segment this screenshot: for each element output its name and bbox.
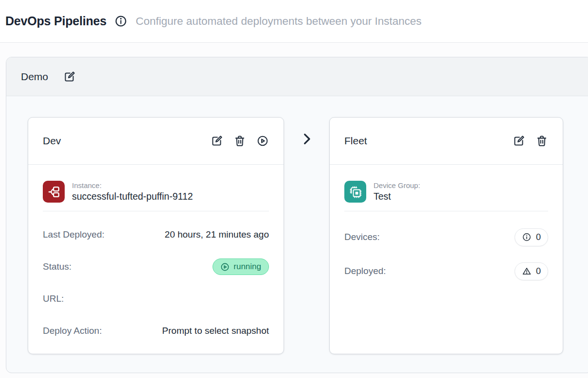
instance-text: Instance: successful-tufted-puffin-9112 xyxy=(72,181,193,202)
pipeline-panel: Demo Dev xyxy=(6,57,588,373)
dev-divider xyxy=(43,211,269,211)
device-group-row: Device Group: Test xyxy=(344,181,548,203)
status-badge-text: running xyxy=(233,262,261,272)
deploy-action-value: Prompt to select snapshot xyxy=(162,326,269,336)
instance-icon xyxy=(43,181,65,203)
deployed-warning-icon xyxy=(522,266,532,276)
deployed-label: Deployed: xyxy=(344,266,386,276)
device-group-chip-icon xyxy=(344,181,366,203)
url-row: URL: xyxy=(43,289,269,309)
devices-count: 0 xyxy=(536,232,541,242)
status-play-icon xyxy=(220,262,230,272)
chevron-right-icon xyxy=(300,132,314,146)
pipeline-panel-header: Demo xyxy=(6,57,588,96)
last-deployed-row: Last Deployed: 20 hours, 21 minutes ago xyxy=(43,225,269,244)
page-subtitle: Configure automated deployments between … xyxy=(136,15,422,28)
fleet-card-title: Fleet xyxy=(344,135,367,147)
deploy-action-label: Deploy Action: xyxy=(43,326,102,336)
instance-row: Instance: successful-tufted-puffin-9112 xyxy=(43,181,269,203)
dev-delete-icon[interactable] xyxy=(233,135,246,147)
status-row: Status: running xyxy=(43,257,269,276)
last-deployed-label: Last Deployed: xyxy=(43,229,105,240)
instance-label: Instance: xyxy=(72,181,193,189)
dev-card-title: Dev xyxy=(43,135,61,147)
fleet-divider xyxy=(344,211,548,211)
device-group-label: Device Group: xyxy=(374,181,420,189)
fleet-card-body: Device Group: Test Devices: xyxy=(330,165,563,281)
page-title: DevOps Pipelines xyxy=(5,14,107,28)
dev-edit-icon[interactable] xyxy=(211,135,223,147)
pipeline-name: Demo xyxy=(21,71,48,83)
devices-label: Devices: xyxy=(344,232,380,242)
instance-name: successful-tufted-puffin-9112 xyxy=(72,191,193,202)
dev-card-body: Instance: successful-tufted-puffin-9112 … xyxy=(28,165,284,341)
device-group-text: Device Group: Test xyxy=(374,181,420,202)
fleet-card-actions xyxy=(513,135,548,147)
fleet-card-header: Fleet xyxy=(330,118,563,165)
stage-connector xyxy=(284,117,329,146)
deployed-row: Deployed: 0 xyxy=(344,261,548,281)
status-badge: running xyxy=(213,258,269,275)
devices-count-badge[interactable]: 0 xyxy=(515,228,548,246)
page-header: DevOps Pipelines Configure automated dep… xyxy=(0,0,588,43)
deployed-count: 0 xyxy=(536,266,541,276)
devices-info-icon xyxy=(522,232,532,242)
fleet-rows: Devices: 0 Deployed: xyxy=(344,227,548,281)
dev-run-icon[interactable] xyxy=(256,135,269,147)
deployed-count-badge[interactable]: 0 xyxy=(515,262,548,280)
dev-stage-card: Dev xyxy=(28,117,284,354)
pipeline-stages: Dev xyxy=(6,96,588,354)
fleet-stage-card: Fleet xyxy=(329,117,563,354)
fleet-delete-icon[interactable] xyxy=(535,135,548,147)
deploy-action-row: Deploy Action: Prompt to select snapshot xyxy=(43,321,269,341)
dev-card-actions xyxy=(211,135,269,147)
status-label: Status: xyxy=(43,261,71,272)
device-group-name: Test xyxy=(374,191,420,202)
devices-row: Devices: 0 xyxy=(344,227,548,247)
pipeline-edit-icon[interactable] xyxy=(63,70,76,83)
dev-card-header: Dev xyxy=(28,118,284,165)
last-deployed-value: 20 hours, 21 minutes ago xyxy=(165,229,269,240)
info-circle-icon[interactable] xyxy=(114,15,127,28)
fleet-edit-icon[interactable] xyxy=(513,135,525,147)
url-label: URL: xyxy=(43,293,64,304)
dev-rows: Last Deployed: 20 hours, 21 minutes ago … xyxy=(43,225,269,341)
